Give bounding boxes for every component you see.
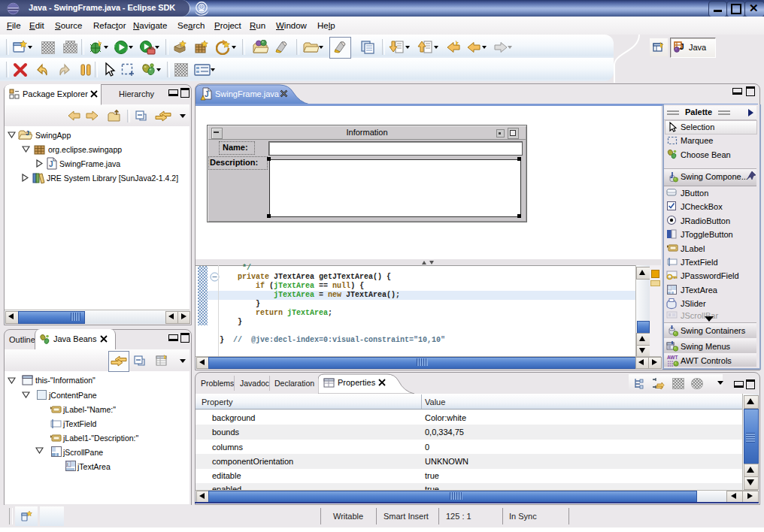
svg-text:J: J — [49, 160, 53, 168]
svg-text:J: J — [680, 43, 684, 51]
svg-text:J: J — [26, 129, 29, 137]
svg-text:AWT: AWT — [667, 355, 678, 360]
svg-text:J: J — [205, 90, 209, 98]
